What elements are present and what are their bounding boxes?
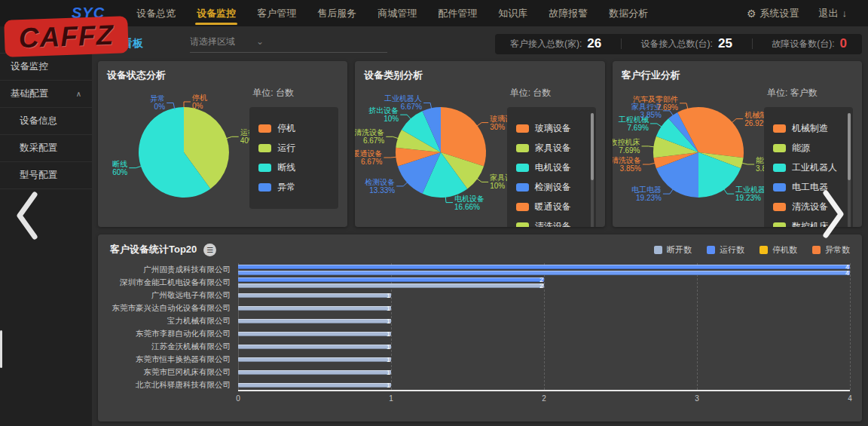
legend-item-运行[interactable]: 运行 (258, 142, 329, 155)
carousel-prev-button[interactable] (12, 190, 42, 241)
pie-slice-机械制造[interactable] (698, 107, 744, 158)
sidebar-item-数采配置[interactable]: 数采配置 (0, 135, 92, 162)
bar-row-label: 北京北科驿唐科技有限公司 (110, 380, 238, 391)
legend-column: 单位: 台数 停机运行断线异常 (249, 87, 338, 209)
legend-item-能源[interactable]: 能源 (773, 142, 844, 155)
bar-row: 宝力机械有限公司1 (110, 314, 850, 327)
bar-segment[interactable]: 1 (238, 345, 391, 349)
legend-item-机械制造[interactable]: 机械制造 (773, 122, 844, 135)
sidebar-menu: 统计看板设备监控基础配置∧设备信息数采配置型号配置 (0, 26, 92, 189)
nav-item-故障报警[interactable]: 故障报警 (538, 0, 598, 26)
bar-segment[interactable]: 2 (238, 283, 544, 288)
legend-chip (654, 246, 662, 254)
bar-segment[interactable]: 1 (238, 332, 391, 336)
stat-label: 故障设备数(台): (772, 38, 834, 51)
legend-scrollbar[interactable] (591, 113, 594, 227)
legend-scrollbar-thumb[interactable] (591, 113, 594, 180)
pie-label-挤出设备: 挤出设备10% (368, 106, 399, 123)
system-settings-button[interactable]: ⚙ 系统设置 (747, 7, 799, 20)
pie-label-line (663, 188, 674, 194)
logout-label: 退出 (819, 7, 839, 20)
sidebar-item-型号配置[interactable]: 型号配置 (0, 162, 92, 189)
legend-scrollbar-thumb[interactable] (848, 113, 851, 180)
legend-item-工业机器人[interactable]: 工业机器人 (773, 161, 844, 174)
legend-item-暖通设备[interactable]: 暖通设备 (516, 201, 587, 213)
pie-label-暖通设备: 暖通设备6.67% (355, 149, 382, 166)
stat-value: 26 (587, 36, 601, 51)
stat-label: 设备接入总数(台): (641, 38, 713, 51)
system-settings-label: 系统设置 (760, 7, 799, 20)
bar-legend-item-运行数[interactable]: 运行数 (707, 244, 744, 256)
sidebar-item-基础配置[interactable]: 基础配置∧ (0, 81, 92, 108)
pie-chart-device-category[interactable]: 玻璃设备30%家具设备10%电机设备16.66%检测设备13.33%暖通设备6.… (356, 81, 526, 220)
bar-value-label: 1 (387, 382, 390, 389)
legend-item-断线[interactable]: 断线 (258, 161, 329, 174)
pie-label-检测设备: 检测设备13.33% (365, 178, 396, 195)
legend-chip (516, 124, 529, 133)
bar-track: 1 (238, 302, 850, 314)
nav-item-商城管理[interactable]: 商城管理 (367, 0, 427, 26)
legend-item-电机设备[interactable]: 电机设备 (516, 161, 587, 174)
legend-label: 工业机器人 (792, 161, 837, 174)
pie-chart-device-status[interactable]: 停机0%运行40%断线60%异常0% (99, 81, 269, 220)
nav-item-配件管理[interactable]: 配件管理 (427, 0, 487, 26)
bar-value-label: 1 (387, 330, 390, 338)
bar-segment[interactable]: 1 (238, 357, 391, 362)
nav-item-设备监控[interactable]: 设备监控 (186, 0, 246, 26)
pie-label-断线: 断线60% (112, 160, 127, 176)
legend-item-清洗设备[interactable]: 清洗设备 (516, 220, 587, 227)
legend-item-家具设备[interactable]: 家具设备 (516, 142, 587, 155)
bar-legend-item-停机数[interactable]: 停机数 (760, 244, 797, 256)
pie-chart-customer-industry[interactable]: 机械制造26.92%能源3.85%工业机器人19.23%电工电器19.23%清洗… (614, 81, 784, 220)
sidebar-scrollbar[interactable] (0, 330, 2, 368)
sidebar-item-统计看板[interactable]: 统计看板 (0, 26, 92, 54)
chart-type-toggle-icon[interactable]: ☰ (203, 244, 216, 256)
bar-segment[interactable]: 4 (238, 271, 850, 275)
stats-bar: 客户接入总数(家):26设备接入总数(台):25故障设备数(台):0 (495, 34, 862, 54)
unit-label: 单位: 客户数 (764, 87, 853, 100)
carousel-next-button[interactable] (818, 188, 848, 240)
pie-label-line (641, 146, 655, 147)
nav-item-设备总览[interactable]: 设备总览 (126, 0, 186, 26)
bar-segment[interactable]: 1 (238, 370, 391, 375)
region-select[interactable]: 请选择区域 ⌄ (190, 35, 387, 53)
legend-item-停机[interactable]: 停机 (258, 122, 329, 135)
legend-chip (258, 164, 271, 172)
sidebar-item-设备信息[interactable]: 设备信息 (0, 108, 92, 135)
stat-group: 设备接入总数(台):25 (641, 36, 732, 51)
bar-value-label: 1 (387, 343, 390, 351)
bar-segment[interactable]: 4 (238, 265, 850, 269)
nav-item-售后服务[interactable]: 售后服务 (307, 0, 367, 26)
bar-segment[interactable]: 1 (238, 293, 391, 298)
sidebar-item-设备监控[interactable]: 设备监控 (0, 54, 92, 81)
bar-row: 广州敬远电子有限公司1 (110, 289, 850, 302)
bar-segment[interactable]: 2 (238, 277, 544, 282)
sidebar-item-label: 设备信息 (20, 115, 57, 127)
bar-segment[interactable]: 1 (238, 319, 391, 323)
bar-segment[interactable]: 1 (238, 306, 391, 311)
bar-legend-item-异常数[interactable]: 异常数 (812, 244, 850, 256)
pie-label-line (741, 163, 754, 164)
legend-label: 断开数 (667, 244, 692, 256)
stat-label: 客户接入总数(家): (510, 38, 582, 51)
logout-button[interactable]: 退出 ↓ (819, 7, 848, 20)
legend-item-玻璃设备[interactable]: 玻璃设备 (516, 122, 587, 135)
sidebar-item-label: 设备监控 (11, 60, 48, 73)
bar-legend-item-断开数[interactable]: 断开数 (654, 244, 692, 256)
bar-value-label: 1 (387, 292, 390, 299)
bar-row-label: 东莞市恒丰换热器有限公司 (110, 354, 238, 365)
nav-item-知识库[interactable]: 知识库 (487, 0, 538, 26)
pie-label-line (723, 188, 734, 194)
legend-chip (773, 124, 786, 133)
stat-value: 25 (718, 36, 732, 51)
legend-item-检测设备[interactable]: 检测设备 (516, 181, 587, 194)
bar-rows: 广州固贵成科技有限公司44深圳市金能工机电设备有限公司22广州敬远电子有限公司1… (110, 263, 850, 391)
legend-item-异常[interactable]: 异常 (258, 181, 329, 194)
pie-label-line (387, 136, 400, 139)
bar-row-label: 深圳市金能工机电设备有限公司 (110, 277, 238, 288)
bar-segment[interactable]: 1 (238, 383, 391, 388)
legend-label: 断线 (277, 161, 295, 174)
nav-item-数据分析[interactable]: 数据分析 (598, 0, 659, 26)
legend-label: 运行数 (720, 244, 744, 256)
nav-item-客户管理[interactable]: 客户管理 (246, 0, 307, 26)
